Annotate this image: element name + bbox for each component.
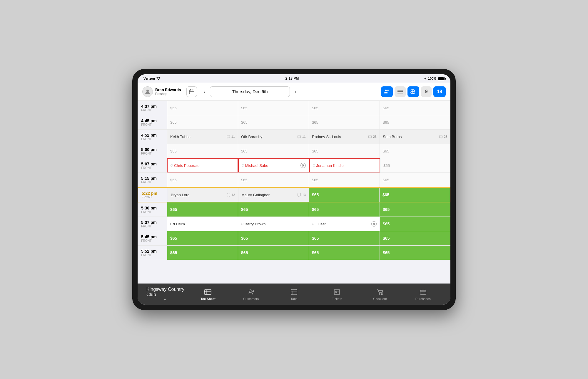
battery-text: 100%: [428, 77, 436, 80]
tab-tabs[interactable]: Tabs: [273, 286, 315, 302]
date-nav: ‹ Thursday, Dec 6th ›: [200, 86, 300, 97]
holes-18-button[interactable]: 18: [433, 86, 446, 97]
slot[interactable]: $65: [309, 246, 380, 260]
slots-area: Chris PeperatoMichael Sabo9Jonathan Kind…: [167, 158, 450, 172]
slot[interactable]: $65: [380, 202, 450, 217]
slot[interactable]: $65: [309, 202, 380, 217]
tab-customers[interactable]: Customers: [230, 286, 273, 302]
svg-point-0: [158, 79, 159, 80]
tab-checkout-label: Checkout: [373, 297, 387, 301]
time-label: 5:52 pm: [141, 249, 163, 254]
cart-button[interactable]: [407, 86, 419, 97]
slot[interactable]: $65: [380, 158, 450, 172]
slot[interactable]: Guest9: [309, 217, 380, 231]
slot[interactable]: $65: [167, 202, 238, 217]
status-right: ∗ 100%: [424, 77, 445, 81]
slot[interactable]: Ofir Barashy 11: [238, 130, 309, 144]
slot[interactable]: $65: [238, 173, 309, 187]
slot[interactable]: $65: [309, 231, 380, 245]
slots-area: $65$65$65$65: [167, 173, 450, 187]
calendar-button[interactable]: [186, 86, 197, 97]
slot[interactable]: $65: [380, 246, 450, 260]
tab-tee-sheet[interactable]: Tee Sheet: [186, 286, 229, 302]
slot[interactable]: $65: [380, 173, 450, 187]
user-profile[interactable]: Bran Edwards Proshop: [142, 86, 183, 97]
slot[interactable]: Barry Brown: [238, 217, 309, 231]
slot[interactable]: $65: [309, 101, 380, 115]
slot[interactable]: $65: [309, 173, 380, 187]
slot[interactable]: Ed Helm: [167, 217, 238, 231]
carrier-text: Verizon: [143, 77, 155, 80]
slot[interactable]: $65: [167, 115, 238, 129]
status-time: 2:18 PM: [285, 76, 299, 81]
list-button[interactable]: [395, 86, 406, 97]
tee-row: 4:37 pmFRONT$65$65$65$65: [138, 101, 450, 115]
player-name: Barry Brown: [245, 222, 266, 226]
svg-rect-19: [298, 136, 300, 138]
slot[interactable]: $65: [309, 144, 380, 158]
svg-rect-40: [291, 289, 297, 295]
slot[interactable]: $65: [379, 188, 450, 202]
tab-purchases[interactable]: Purchases: [402, 286, 445, 302]
slots-area: $65$65$65$65: [167, 101, 450, 115]
time-sub: FRONT: [141, 137, 163, 141]
slot[interactable]: $65: [167, 144, 238, 158]
time-cell: 5:52 pmFRONT: [138, 246, 167, 260]
avatar: [142, 86, 153, 97]
holes-9-button[interactable]: 9: [421, 86, 432, 97]
player-name: Guest: [315, 222, 326, 226]
time-sub: FRONT: [141, 123, 163, 126]
slot[interactable]: $65: [238, 144, 309, 158]
time-sub: FRONT: [141, 152, 163, 155]
status-dot: [171, 164, 173, 167]
time-cell: 5:22 pmFRONT: [138, 188, 168, 202]
slot[interactable]: $65: [167, 231, 238, 245]
slot[interactable]: $65: [309, 115, 380, 129]
tab-purchases-label: Purchases: [415, 297, 431, 301]
slots-area: $65$65$65$65: [167, 246, 450, 260]
slot[interactable]: $65: [380, 101, 450, 115]
player-name: Chris Peperato: [174, 163, 200, 168]
slot[interactable]: $65: [238, 231, 309, 245]
player-name: Ofir Barashy: [241, 135, 262, 139]
slot[interactable]: Rodney St. Louis 23: [309, 130, 380, 144]
tee-row: 5:30 pmFRONT$65$65$65$65: [138, 202, 450, 217]
slot[interactable]: Bryan Lord 13: [168, 188, 238, 202]
golfer-button[interactable]: [381, 86, 393, 97]
slots-area: Ed HelmBarry BrownGuest9$65: [167, 217, 450, 231]
slot[interactable]: $65: [167, 173, 238, 187]
time-label: 5:37 pm: [141, 220, 163, 225]
slot[interactable]: Seth Burns 23: [380, 130, 450, 144]
time-label: 5:07 pm: [141, 162, 163, 166]
slot[interactable]: Michael Sabo9: [238, 158, 309, 172]
tee-row: 4:45 pmFRONT$65$65$65$65: [138, 115, 450, 130]
slot[interactable]: $65: [380, 231, 450, 245]
slot[interactable]: $65: [238, 115, 309, 129]
slot[interactable]: $65: [380, 144, 450, 158]
next-date-button[interactable]: ›: [291, 86, 300, 97]
slot[interactable]: $65: [238, 101, 309, 115]
slot[interactable]: Chris Peperato: [167, 158, 238, 172]
venue-selector[interactable]: Kingsway Country Club ▼: [143, 285, 186, 303]
svg-point-48: [381, 294, 382, 295]
prev-date-button[interactable]: ‹: [200, 86, 209, 97]
tab-tickets[interactable]: Tickets: [315, 286, 358, 302]
slot[interactable]: $65: [167, 246, 238, 260]
slot[interactable]: Maury Gallagher 13: [238, 188, 309, 202]
slot[interactable]: Jonathan Kindle: [309, 158, 380, 172]
svg-rect-25: [439, 136, 442, 138]
slot[interactable]: $65: [380, 217, 450, 231]
time-cell: 5:15 pmFRONT: [138, 173, 167, 187]
time-cell: 4:45 pmFRONT: [138, 115, 167, 129]
wifi-icon: [156, 77, 161, 81]
slot[interactable]: $65: [380, 115, 450, 129]
number-badge: 9: [371, 221, 377, 227]
cart-badge: 23: [439, 135, 447, 138]
slot[interactable]: Keith Tubbs 11: [167, 130, 238, 144]
tab-checkout[interactable]: Checkout: [358, 286, 401, 302]
slot[interactable]: $65: [167, 101, 238, 115]
slot[interactable]: $65: [238, 202, 309, 217]
slot[interactable]: $65: [238, 246, 309, 260]
time-cell: 5:30 pmFRONT: [138, 202, 167, 217]
slot[interactable]: $65: [309, 188, 379, 202]
